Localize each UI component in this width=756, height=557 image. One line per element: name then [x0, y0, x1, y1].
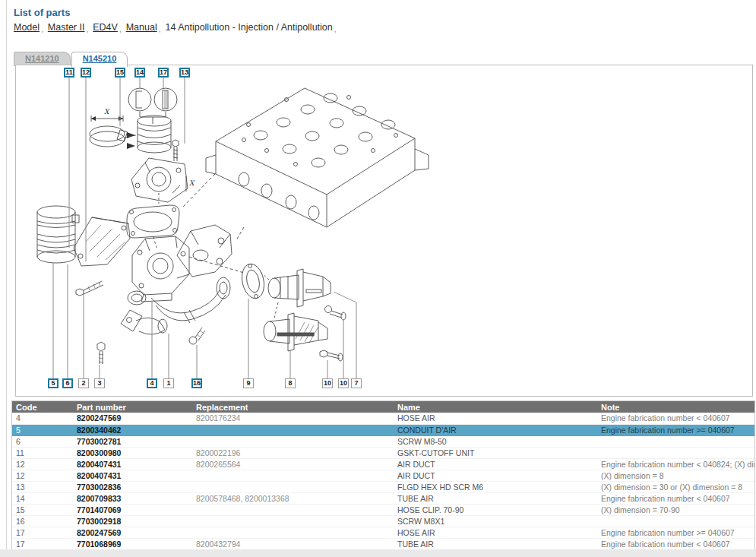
- tab-n145210[interactable]: N145210: [71, 52, 128, 67]
- cell-code: 12: [12, 458, 73, 470]
- callout-2: 2: [78, 378, 89, 388]
- cell-name: TUBE AIR: [394, 492, 597, 504]
- breadcrumb: Model,Master II,ED4V,Manual,14 Antipollu…: [14, 22, 341, 33]
- cell-name: SCRW M8-50: [394, 435, 597, 447]
- callout-14[interactable]: 14: [134, 68, 145, 78]
- cell-replacement: [192, 504, 394, 515]
- manifold-elbow-drawing: [177, 225, 244, 277]
- footer-strip: [0, 549, 756, 557]
- cell-note: (X) dimension = 70-90: [597, 504, 754, 515]
- cell-replacement: 8200022196: [192, 447, 394, 458]
- breadcrumb-separator: ,: [119, 25, 122, 33]
- callout-6[interactable]: 6: [62, 378, 73, 388]
- table-row[interactable]: 128200407431AIR DUCT(X) dimension = 8: [12, 470, 754, 481]
- callout-4[interactable]: 4: [147, 378, 157, 388]
- table-row[interactable]: 137703002836FLGD HEX HD SCR M6(X) dimens…: [12, 481, 754, 492]
- callout-3: 3: [94, 378, 105, 388]
- bolt-horizontal-drawing: [76, 281, 103, 296]
- table-row[interactable]: 67703002781SCRW M8-50: [12, 435, 754, 447]
- cell-code: 15: [12, 504, 73, 515]
- cell-name: HOSE CLIP. 70-90: [394, 504, 597, 515]
- cell-code: 5: [12, 424, 73, 435]
- leader-line-7-diagonal: [334, 292, 356, 302]
- cell-part-number: 7703002918: [73, 515, 192, 527]
- callout-16[interactable]: 16: [191, 378, 202, 388]
- cell-part-number: 7703002836: [73, 481, 192, 492]
- cell-replacement: [192, 470, 394, 481]
- cell-note: Engine fabrication number < 040607: [597, 492, 754, 504]
- cell-note: Engine fabrication number >= 040607: [597, 527, 754, 538]
- callout-10: 10: [322, 378, 333, 388]
- table-row[interactable]: 1777010689698200432794TUBE AIREngine fab…: [12, 538, 754, 549]
- cell-replacement: 8200432794: [192, 538, 394, 549]
- cell-code: 16: [12, 515, 73, 527]
- column-header-note: Note: [597, 401, 754, 413]
- breadcrumb-link[interactable]: Manual: [126, 22, 157, 33]
- cell-note: Engine fabrication number < 040824; (X) …: [597, 458, 754, 470]
- callout-10: 10: [338, 378, 349, 388]
- breadcrumb-text: 14 Antipollution - Injection / Antipollu…: [165, 22, 332, 33]
- table-row[interactable]: 167703002918SCRW M8X1: [12, 515, 754, 527]
- page-title: List of parts: [14, 7, 70, 18]
- cell-replacement: [192, 527, 394, 538]
- cell-name: AIR DUCT: [394, 458, 597, 470]
- callout-12[interactable]: 12: [81, 68, 91, 78]
- diagram-area: X X: [15, 65, 753, 397]
- table-row[interactable]: 1282004074318200265564AIR DUCTEngine fab…: [12, 458, 754, 470]
- breadcrumb-link[interactable]: Model: [14, 22, 40, 33]
- cell-note: Engine fabrication number < 040607: [597, 538, 754, 549]
- table-row-selected[interactable]: 58200340462CONDUIT D'AIREngine fabricati…: [12, 424, 754, 435]
- table-row[interactable]: 482002475698200176234HOSE AIREngine fabr…: [12, 413, 754, 424]
- cell-name: TUBE AIR: [394, 538, 597, 549]
- callout-13[interactable]: 13: [179, 68, 190, 78]
- column-header-code: Code: [12, 401, 73, 413]
- breadcrumb-link[interactable]: ED4V: [93, 22, 118, 33]
- cell-code: 11: [12, 447, 73, 458]
- callout-8: 8: [285, 378, 296, 388]
- column-header-replacement: Replacement: [192, 401, 394, 413]
- breadcrumb-link[interactable]: Master II: [48, 22, 85, 33]
- page-left-border: [6, 0, 7, 557]
- cell-note: (X) dimension = 8: [597, 470, 754, 481]
- corrugated-air-duct-drawing: [125, 116, 171, 153]
- cell-replacement: 8200176234: [192, 413, 394, 424]
- cell-code: 6: [12, 435, 73, 447]
- cell-part-number: 8200407431: [73, 458, 192, 470]
- callout-17[interactable]: 17: [158, 68, 169, 78]
- table-row[interactable]: 178200247569HOSE AIREngine fabrication n…: [12, 527, 754, 538]
- cell-replacement: [192, 435, 394, 447]
- callout-1: 1: [163, 378, 174, 388]
- cell-code: 4: [12, 413, 73, 424]
- egr-bolt-lower-drawing: [320, 350, 343, 361]
- cell-part-number: 8200407431: [73, 470, 192, 481]
- callout-5[interactable]: 5: [48, 378, 59, 388]
- cell-name: HOSE AIR: [394, 527, 597, 538]
- breadcrumb-separator: ,: [41, 25, 43, 33]
- cell-replacement: [192, 481, 394, 492]
- table-row[interactable]: 157701407069HOSE CLIP. 70-90(X) dimensio…: [12, 504, 754, 515]
- column-header-part-number: Part number: [73, 401, 192, 413]
- cell-note: [597, 447, 754, 458]
- cell-replacement: 8200265564: [192, 458, 394, 470]
- cell-name: FLGD HEX HD SCR M6: [394, 481, 597, 492]
- tab-bar: N141210N145210: [14, 51, 128, 65]
- cell-part-number: 7701068969: [73, 538, 192, 549]
- throttle-body-drawing: [131, 158, 188, 204]
- cell-part-number: 8200247569: [73, 527, 192, 538]
- cell-replacement: [192, 515, 394, 527]
- table-row[interactable]: 1482007098338200578468, 8200013368TUBE A…: [12, 492, 754, 504]
- table-row[interactable]: 1182003009808200022196GSKT-CUTOFF UNIT: [12, 447, 754, 458]
- cell-part-number: 8200340462: [73, 424, 192, 435]
- callout-15[interactable]: 15: [115, 68, 125, 78]
- cell-code: 12: [12, 470, 73, 481]
- cell-part-number: 8200709833: [73, 492, 192, 504]
- bolt-vertical-drawing: [97, 342, 105, 364]
- breadcrumb-separator: ,: [334, 25, 337, 33]
- cell-note: Engine fabrication number < 040607: [597, 413, 754, 424]
- cell-code: 17: [12, 538, 73, 549]
- elbow-pipe-drawing: [121, 310, 167, 334]
- callout-11[interactable]: 11: [64, 68, 74, 78]
- parts-table-header: CodePart numberReplacementNameNote: [12, 401, 754, 413]
- cell-note: Engine fabrication number >= 040607: [597, 424, 754, 435]
- mounting-bracket-drawing: [74, 217, 130, 266]
